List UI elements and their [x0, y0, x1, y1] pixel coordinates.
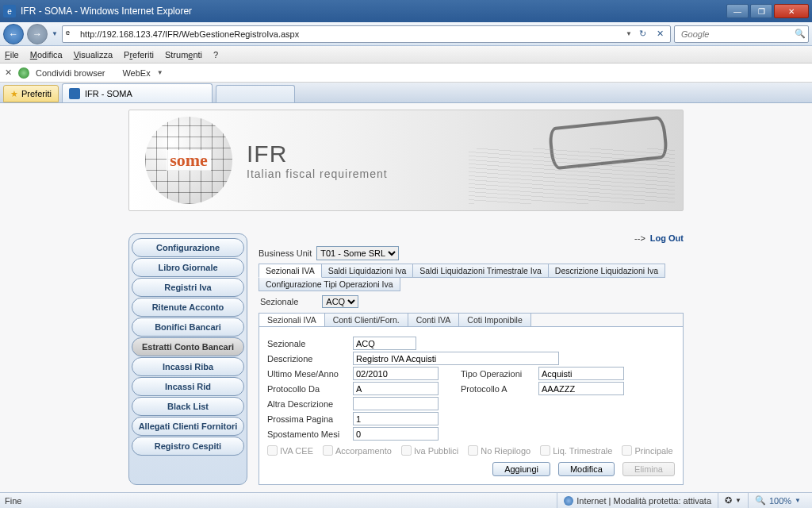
ie-icon: e [3, 5, 16, 17]
menu-modifica[interactable]: Modifica [30, 50, 63, 60]
page-tab-favicon [69, 88, 80, 99]
share-globe-icon [18, 67, 29, 79]
minimize-button[interactable]: — [726, 4, 749, 18]
menu-file[interactable]: FFileile [5, 50, 19, 60]
stop-icon[interactable]: ✕ [653, 29, 667, 39]
browser-tab-row: ★ Preferiti IFR - SOMA [0, 83, 812, 103]
refresh-icon[interactable]: ↻ [635, 29, 649, 39]
address-bar[interactable]: e ▼ ↻ ✕ [62, 25, 671, 43]
new-tab-button[interactable] [216, 85, 295, 102]
sharebar-close-icon[interactable]: ✕ [5, 67, 12, 78]
forward-button[interactable]: → [27, 24, 48, 44]
page-tab-title: IFR - SOMA [85, 89, 132, 98]
star-icon: ★ [10, 89, 18, 99]
url-input[interactable] [80, 29, 622, 39]
back-button[interactable]: ← [3, 24, 24, 44]
search-box[interactable]: 🔍 [674, 25, 809, 43]
menu-bar: FFileile Modifica Visualizza Preferiti S… [0, 46, 812, 64]
search-input[interactable] [681, 29, 791, 39]
nav-history-dropdown[interactable]: ▼ [51, 26, 59, 42]
menu-visualizza[interactable]: Visualizza [74, 50, 113, 60]
share-label[interactable]: Condividi browser [36, 68, 105, 78]
url-dropdown-icon[interactable]: ▼ [626, 30, 632, 37]
close-button[interactable]: ✕ [774, 4, 809, 18]
page-favicon: e [66, 29, 77, 40]
menu-preferiti[interactable]: Preferiti [124, 50, 154, 60]
menu-strumenti[interactable]: Strumenti [165, 50, 202, 60]
search-go-icon[interactable]: 🔍 [795, 29, 806, 39]
page-tab[interactable]: IFR - SOMA [62, 83, 213, 102]
favorites-button[interactable]: ★ Preferiti [3, 85, 59, 102]
share-app-dropdown-icon[interactable]: ▼ [157, 69, 163, 76]
window-title: IFR - SOMA - Windows Internet Explorer [21, 6, 726, 17]
favorites-label: Preferiti [21, 89, 52, 98]
menu-help[interactable]: ? [213, 50, 218, 60]
maximize-button[interactable]: ❐ [750, 4, 772, 18]
window-titlebar: e IFR - SOMA - Windows Internet Explorer… [0, 0, 812, 22]
share-app-label[interactable]: WebEx [122, 68, 150, 78]
browser-navbar: ← → ▼ e ▼ ↻ ✕ 🔍 [0, 22, 812, 46]
webex-sharebar: ✕ Condividi browser WebEx ▼ [0, 64, 812, 83]
